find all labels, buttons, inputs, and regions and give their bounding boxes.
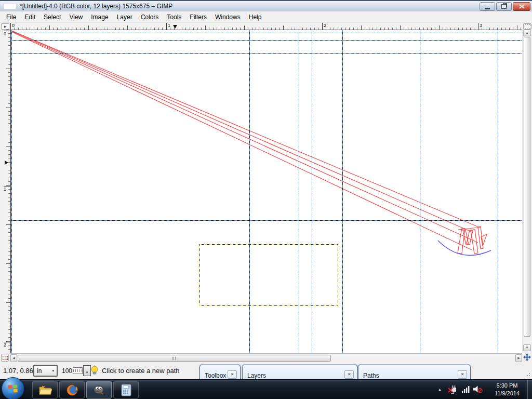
- guide-horizontal[interactable]: [11, 54, 522, 54]
- navigation-button[interactable]: [523, 352, 531, 362]
- menu-item-edit[interactable]: Edit: [20, 12, 39, 22]
- layer-boundary: [199, 305, 338, 306]
- guide-vertical[interactable]: [249, 30, 250, 353]
- show-desktop-button[interactable]: [527, 380, 532, 399]
- menu-item-tools[interactable]: Tools: [163, 12, 185, 22]
- tray-clock[interactable]: 5:30 PM 11/9/2014: [487, 382, 527, 397]
- zoom-control[interactable]: 100 ▾: [62, 365, 91, 377]
- vertical-ruler[interactable]: 012: [4, 30, 10, 353]
- taskbar: 0 ▲: [0, 379, 532, 399]
- arrow-left-icon: ◀: [12, 356, 15, 360]
- guide-horizontal[interactable]: [11, 33, 522, 33]
- menu-bar: FileEditSelectViewImageLayerColorsToolsF…: [0, 11, 532, 23]
- minimize-button[interactable]: [480, 2, 495, 11]
- zoom-follow-window-button[interactable]: [523, 23, 531, 30]
- layer-boundary: [338, 244, 338, 305]
- panel-close-button[interactable]: ✕: [228, 370, 237, 379]
- ruler-label: 1: [4, 186, 10, 192]
- vertical-scrollbar[interactable]: ▲ ▼: [523, 30, 531, 351]
- gimp-icon: [92, 384, 106, 396]
- panel-close-button[interactable]: ✕: [344, 370, 354, 379]
- ruler-label: 0: [4, 31, 10, 36]
- menu-item-filters[interactable]: Filters: [185, 12, 211, 22]
- arrow-right-icon: ▶: [517, 356, 520, 360]
- window-icon: [4, 4, 16, 9]
- menu-item-layer[interactable]: Layer: [113, 12, 137, 22]
- tray-date: 11/9/2014: [487, 390, 527, 397]
- taskbar-button-firefox[interactable]: [59, 381, 85, 398]
- unit-combo[interactable]: in ▾: [33, 365, 58, 377]
- path-segment: [11, 31, 481, 228]
- restore-button[interactable]: [496, 2, 512, 11]
- calculator-icon: 0: [121, 384, 131, 396]
- screen: *[Untitled]-4.0 (RGB color, 12 layers) 1…: [0, 0, 532, 399]
- path-segment: [11, 32, 472, 250]
- close-button[interactable]: [513, 2, 530, 11]
- horizontal-scrollbar-thumb[interactable]: [18, 355, 331, 362]
- menu-item-image[interactable]: Image: [87, 12, 112, 22]
- ruler-label: 2: [4, 342, 10, 348]
- scroll-left-button[interactable]: ◀: [10, 354, 17, 362]
- arrow-up-icon: ▲: [526, 31, 529, 34]
- scroll-down-button[interactable]: ▼: [523, 344, 531, 351]
- scroll-right-button[interactable]: ▶: [515, 354, 522, 362]
- path-letter-outline: [471, 230, 478, 254]
- vertical-scrollbar-thumb[interactable]: [524, 37, 530, 337]
- horizontal-ruler[interactable]: 0123: [10, 23, 522, 30]
- ruler-label: 2: [322, 23, 326, 29]
- guide-vertical[interactable]: [312, 30, 312, 353]
- zoom-entry[interactable]: [73, 367, 83, 374]
- guide-horizontal[interactable]: [11, 40, 522, 41]
- guide-vertical[interactable]: [299, 30, 299, 353]
- ruler-label: 1: [166, 23, 170, 29]
- canvas[interactable]: [10, 30, 522, 353]
- menu-item-file[interactable]: File: [2, 12, 20, 22]
- guide-vertical[interactable]: [420, 30, 420, 353]
- canvas-menu-button[interactable]: ▶: [1, 23, 9, 30]
- quick-mask-icon: [3, 356, 8, 360]
- guide-horizontal[interactable]: [11, 220, 522, 221]
- taskbar-button-windows-explorer[interactable]: [32, 381, 58, 398]
- scroll-up-button[interactable]: ▲: [523, 30, 531, 36]
- dashed-square-icon: [525, 24, 530, 29]
- menu-item-windows[interactable]: Windows: [211, 12, 245, 22]
- cursor-position: 1.07, 0.86: [3, 367, 33, 375]
- horizontal-scrollbar[interactable]: ◀ ▶: [10, 353, 522, 362]
- window-titlebar[interactable]: *[Untitled]-4.0 (RGB color, 12 layers) 1…: [0, 0, 532, 11]
- network-disconnected-icon[interactable]: [448, 385, 458, 394]
- panel-title: Toolbox: [205, 372, 226, 379]
- panel-title: Layers: [247, 372, 266, 379]
- zoom-dropdown-button[interactable]: ▾: [83, 365, 91, 376]
- hint-lamp-icon: [90, 365, 99, 376]
- restore-icon: [501, 4, 507, 9]
- guide-vertical[interactable]: [11, 30, 12, 353]
- windows-logo-icon: [8, 384, 18, 393]
- taskbar-button-gimp[interactable]: [86, 381, 112, 398]
- menu-item-help[interactable]: Help: [245, 12, 266, 22]
- start-button[interactable]: [2, 377, 24, 399]
- panel-title: Paths: [363, 372, 379, 379]
- ruler-label: 0: [10, 23, 15, 29]
- guide-vertical[interactable]: [342, 30, 343, 353]
- layer-boundary: [199, 244, 200, 305]
- taskbar-button-calculator[interactable]: 0: [113, 381, 139, 398]
- scrollbar-grip-icon: [172, 357, 177, 360]
- firefox-icon: [66, 384, 78, 396]
- chevron-down-icon: ▾: [86, 370, 88, 374]
- volume-muted-icon[interactable]: [473, 385, 483, 394]
- quick-mask-button[interactable]: [1, 354, 9, 362]
- layer-boundary: [199, 244, 338, 245]
- cursor-position-marker: [173, 25, 177, 29]
- navigation-cross-icon: [523, 353, 531, 361]
- panel-close-button[interactable]: ✕: [458, 370, 467, 379]
- menu-item-colors[interactable]: Colors: [137, 12, 163, 22]
- signal-strength-icon[interactable]: [462, 385, 470, 393]
- tray-show-hidden-icons[interactable]: ▲: [438, 388, 442, 391]
- resize-grip[interactable]: [525, 371, 530, 376]
- menu-item-select[interactable]: Select: [39, 12, 65, 22]
- guide-vertical[interactable]: [498, 30, 498, 353]
- arrow-down-icon: ▼: [526, 346, 529, 349]
- close-icon: [519, 4, 525, 9]
- menu-item-view[interactable]: View: [65, 12, 87, 22]
- chevron-down-icon: ▾: [52, 369, 54, 373]
